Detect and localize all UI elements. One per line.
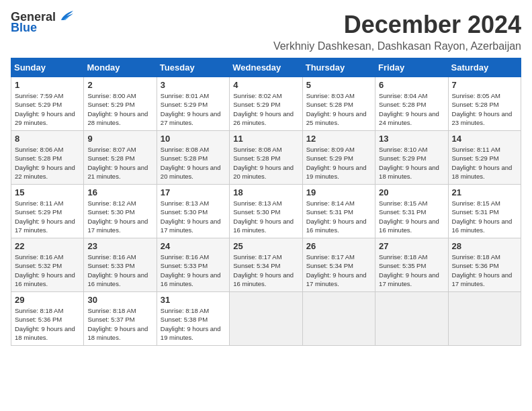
- column-header-sunday: Sunday: [11, 58, 84, 77]
- day-info: Sunrise: 8:05 AMSunset: 5:28 PMDaylight:…: [452, 91, 517, 127]
- calendar-cell: 25Sunrise: 8:17 AMSunset: 5:34 PMDayligh…: [230, 238, 302, 292]
- column-header-tuesday: Tuesday: [157, 58, 229, 77]
- logo: General Blue: [11, 11, 73, 34]
- day-info: Sunrise: 8:04 AMSunset: 5:28 PMDaylight:…: [379, 91, 444, 127]
- day-number: 25: [233, 241, 298, 251]
- day-number: 16: [87, 187, 152, 197]
- day-info: Sunrise: 8:07 AMSunset: 5:28 PMDaylight:…: [87, 145, 152, 181]
- week-row-2: 8Sunrise: 8:06 AMSunset: 5:28 PMDaylight…: [11, 131, 521, 185]
- day-info: Sunrise: 8:16 AMSunset: 5:33 PMDaylight:…: [87, 253, 152, 288]
- day-info: Sunrise: 8:16 AMSunset: 5:33 PMDaylight:…: [161, 253, 226, 288]
- day-number: 27: [379, 241, 444, 251]
- calendar-cell: 28Sunrise: 8:18 AMSunset: 5:36 PMDayligh…: [448, 238, 521, 292]
- day-info: Sunrise: 8:08 AMSunset: 5:28 PMDaylight:…: [161, 145, 226, 181]
- day-info: Sunrise: 8:12 AMSunset: 5:30 PMDaylight:…: [87, 199, 152, 234]
- calendar-cell: 26Sunrise: 8:17 AMSunset: 5:34 PMDayligh…: [302, 238, 375, 292]
- header-top: General Blue December 2024 Verkhniy Dash…: [11, 11, 521, 52]
- day-info: Sunrise: 8:18 AMSunset: 5:38 PMDaylight:…: [161, 306, 226, 342]
- calendar-cell: 17Sunrise: 8:13 AMSunset: 5:30 PMDayligh…: [157, 185, 229, 238]
- calendar-cell: 23Sunrise: 8:16 AMSunset: 5:33 PMDayligh…: [84, 238, 157, 292]
- day-info: Sunrise: 8:08 AMSunset: 5:28 PMDaylight:…: [233, 145, 298, 181]
- calendar-cell: 9Sunrise: 8:07 AMSunset: 5:28 PMDaylight…: [84, 131, 157, 185]
- day-number: 24: [161, 241, 226, 251]
- day-number: 19: [306, 187, 371, 197]
- calendar-cell: 3Sunrise: 8:01 AMSunset: 5:29 PMDaylight…: [157, 77, 229, 131]
- day-number: 31: [161, 295, 226, 305]
- day-number: 29: [15, 295, 80, 305]
- day-info: Sunrise: 8:06 AMSunset: 5:28 PMDaylight:…: [15, 145, 80, 181]
- calendar-cell: 20Sunrise: 8:15 AMSunset: 5:31 PMDayligh…: [375, 185, 448, 238]
- day-info: Sunrise: 8:18 AMSunset: 5:36 PMDaylight:…: [15, 306, 80, 342]
- day-info: Sunrise: 8:10 AMSunset: 5:29 PMDaylight:…: [379, 145, 444, 181]
- day-info: Sunrise: 8:18 AMSunset: 5:35 PMDaylight:…: [379, 253, 444, 288]
- calendar-cell: 21Sunrise: 8:15 AMSunset: 5:31 PMDayligh…: [448, 185, 521, 238]
- day-number: 17: [161, 187, 226, 197]
- calendar-cell: 2Sunrise: 8:00 AMSunset: 5:29 PMDaylight…: [84, 77, 157, 131]
- calendar-cell: 16Sunrise: 8:12 AMSunset: 5:30 PMDayligh…: [84, 185, 157, 238]
- calendar-body: 1Sunrise: 7:59 AMSunset: 5:29 PMDaylight…: [11, 77, 521, 346]
- day-number: 7: [452, 80, 517, 90]
- day-number: 4: [233, 80, 298, 90]
- calendar-cell: 7Sunrise: 8:05 AMSunset: 5:28 PMDaylight…: [448, 77, 521, 131]
- calendar-cell: 10Sunrise: 8:08 AMSunset: 5:28 PMDayligh…: [157, 131, 229, 185]
- day-info: Sunrise: 8:17 AMSunset: 5:34 PMDaylight:…: [233, 253, 298, 288]
- calendar-table: SundayMondayTuesdayWednesdayThursdayFrid…: [11, 58, 521, 346]
- column-header-monday: Monday: [84, 58, 157, 77]
- calendar-header-row: SundayMondayTuesdayWednesdayThursdayFrid…: [11, 58, 521, 77]
- calendar-cell: [375, 292, 448, 346]
- day-number: 8: [15, 134, 80, 144]
- day-number: 18: [233, 187, 298, 197]
- day-info: Sunrise: 8:01 AMSunset: 5:29 PMDaylight:…: [161, 91, 226, 127]
- day-info: Sunrise: 8:13 AMSunset: 5:30 PMDaylight:…: [233, 199, 298, 234]
- calendar-subtitle: Verkhniy Dashkesan, Dashkasan Rayon, Aze…: [273, 40, 521, 52]
- calendar-cell: 14Sunrise: 8:11 AMSunset: 5:29 PMDayligh…: [448, 131, 521, 185]
- day-info: Sunrise: 8:14 AMSunset: 5:31 PMDaylight:…: [306, 199, 371, 234]
- day-number: 21: [452, 187, 517, 197]
- day-number: 22: [15, 241, 80, 251]
- calendar-cell: 11Sunrise: 8:08 AMSunset: 5:28 PMDayligh…: [230, 131, 302, 185]
- week-row-4: 22Sunrise: 8:16 AMSunset: 5:32 PMDayligh…: [11, 238, 521, 292]
- day-info: Sunrise: 8:03 AMSunset: 5:28 PMDaylight:…: [306, 91, 371, 127]
- calendar-cell: 24Sunrise: 8:16 AMSunset: 5:33 PMDayligh…: [157, 238, 229, 292]
- day-number: 5: [306, 80, 371, 90]
- day-info: Sunrise: 8:15 AMSunset: 5:31 PMDaylight:…: [452, 199, 517, 234]
- calendar-cell: [230, 292, 302, 346]
- day-info: Sunrise: 8:11 AMSunset: 5:29 PMDaylight:…: [452, 145, 517, 181]
- day-info: Sunrise: 8:02 AMSunset: 5:29 PMDaylight:…: [233, 91, 298, 127]
- calendar-cell: 29Sunrise: 8:18 AMSunset: 5:36 PMDayligh…: [11, 292, 84, 346]
- column-header-friday: Friday: [375, 58, 448, 77]
- logo-blue-text: Blue: [11, 21, 37, 34]
- day-info: Sunrise: 7:59 AMSunset: 5:29 PMDaylight:…: [15, 91, 80, 127]
- day-number: 9: [87, 134, 152, 144]
- day-info: Sunrise: 8:13 AMSunset: 5:30 PMDaylight:…: [161, 199, 226, 234]
- day-info: Sunrise: 8:18 AMSunset: 5:37 PMDaylight:…: [87, 306, 152, 342]
- title-section: December 2024 Verkhniy Dashkesan, Dashka…: [273, 11, 521, 52]
- day-number: 20: [379, 187, 444, 197]
- week-row-1: 1Sunrise: 7:59 AMSunset: 5:29 PMDaylight…: [11, 77, 521, 131]
- calendar-cell: 4Sunrise: 8:02 AMSunset: 5:29 PMDaylight…: [230, 77, 302, 131]
- day-number: 12: [306, 134, 371, 144]
- calendar-cell: 27Sunrise: 8:18 AMSunset: 5:35 PMDayligh…: [375, 238, 448, 292]
- calendar-cell: 15Sunrise: 8:11 AMSunset: 5:29 PMDayligh…: [11, 185, 84, 238]
- column-header-wednesday: Wednesday: [230, 58, 302, 77]
- day-number: 3: [161, 80, 226, 90]
- calendar-cell: 1Sunrise: 7:59 AMSunset: 5:29 PMDaylight…: [11, 77, 84, 131]
- calendar-cell: 18Sunrise: 8:13 AMSunset: 5:30 PMDayligh…: [230, 185, 302, 238]
- calendar-title: December 2024: [273, 11, 521, 39]
- calendar-cell: 31Sunrise: 8:18 AMSunset: 5:38 PMDayligh…: [157, 292, 229, 346]
- day-number: 15: [15, 187, 80, 197]
- day-info: Sunrise: 8:16 AMSunset: 5:32 PMDaylight:…: [15, 253, 80, 288]
- day-info: Sunrise: 8:15 AMSunset: 5:31 PMDaylight:…: [379, 199, 444, 234]
- day-number: 13: [379, 134, 444, 144]
- day-info: Sunrise: 8:11 AMSunset: 5:29 PMDaylight:…: [15, 199, 80, 234]
- day-number: 1: [15, 80, 80, 90]
- day-info: Sunrise: 8:18 AMSunset: 5:36 PMDaylight:…: [452, 253, 517, 288]
- calendar-cell: [448, 292, 521, 346]
- week-row-5: 29Sunrise: 8:18 AMSunset: 5:36 PMDayligh…: [11, 292, 521, 346]
- calendar-cell: 5Sunrise: 8:03 AMSunset: 5:28 PMDaylight…: [302, 77, 375, 131]
- week-row-3: 15Sunrise: 8:11 AMSunset: 5:29 PMDayligh…: [11, 185, 521, 238]
- calendar-cell: 30Sunrise: 8:18 AMSunset: 5:37 PMDayligh…: [84, 292, 157, 346]
- day-number: 6: [379, 80, 444, 90]
- day-number: 2: [87, 80, 152, 90]
- calendar-cell: 12Sunrise: 8:09 AMSunset: 5:29 PMDayligh…: [302, 131, 375, 185]
